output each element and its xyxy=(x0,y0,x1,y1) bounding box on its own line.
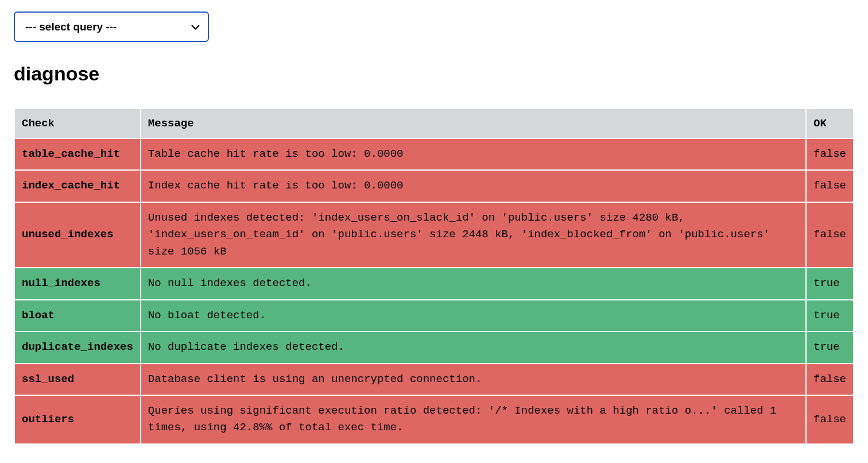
page-title: diagnose xyxy=(14,63,854,85)
cell-message: No bloat detected. xyxy=(141,300,806,331)
cell-check: outliers xyxy=(14,395,141,444)
diagnose-table: Check Message OK table_cache_hitTable ca… xyxy=(14,108,854,445)
column-header-check: Check xyxy=(14,109,141,138)
column-header-ok: OK xyxy=(806,109,854,138)
cell-check: table_cache_hit xyxy=(14,138,141,170)
cell-check: bloat xyxy=(14,300,141,331)
cell-message: No null indexes detected. xyxy=(141,268,806,299)
table-row: duplicate_indexesNo duplicate indexes de… xyxy=(14,331,854,363)
cell-ok: true xyxy=(806,268,854,299)
cell-ok: false xyxy=(806,364,854,395)
table-header-row: Check Message OK xyxy=(14,109,854,138)
cell-check: null_indexes xyxy=(14,268,141,299)
cell-ok: false xyxy=(806,138,854,170)
cell-check: index_cache_hit xyxy=(14,170,141,202)
table-row: unused_indexesUnused indexes detected: '… xyxy=(14,202,854,268)
cell-message: Table cache hit rate is too low: 0.0000 xyxy=(141,138,806,170)
table-row: null_indexesNo null indexes detected.tru… xyxy=(14,268,854,299)
cell-message: Database client is using an unencrypted … xyxy=(141,364,806,395)
cell-message: Unused indexes detected: 'index_users_on… xyxy=(141,202,806,268)
cell-check: unused_indexes xyxy=(14,202,141,268)
cell-message: Queries using significant execution rati… xyxy=(141,395,806,444)
table-row: bloatNo bloat detected.true xyxy=(14,300,854,331)
cell-ok: true xyxy=(806,300,854,331)
cell-check: ssl_used xyxy=(14,364,141,395)
query-select[interactable]: --- select query --- xyxy=(14,11,209,42)
column-header-message: Message xyxy=(141,109,806,138)
cell-ok: false xyxy=(806,395,854,444)
table-row: ssl_usedDatabase client is using an unen… xyxy=(14,364,854,395)
cell-message: Index cache hit rate is too low: 0.0000 xyxy=(141,170,806,202)
cell-ok: false xyxy=(806,202,854,268)
table-row: index_cache_hitIndex cache hit rate is t… xyxy=(14,170,854,202)
table-row: table_cache_hitTable cache hit rate is t… xyxy=(14,138,854,170)
table-row: outliersQueries using significant execut… xyxy=(14,395,854,444)
cell-ok: true xyxy=(806,331,854,363)
cell-check: duplicate_indexes xyxy=(14,331,141,363)
cell-ok: false xyxy=(806,170,854,202)
cell-message: No duplicate indexes detected. xyxy=(141,331,806,363)
query-select-wrapper: --- select query --- xyxy=(14,11,209,42)
